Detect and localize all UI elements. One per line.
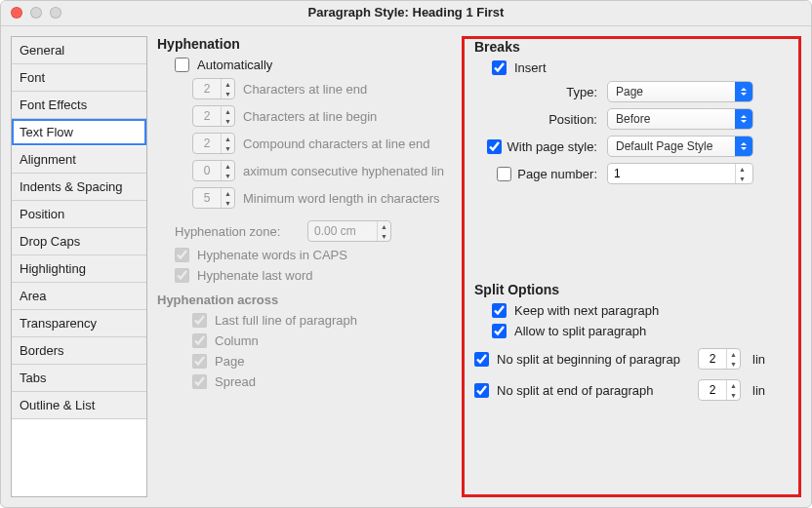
stepper-icon[interactable]: ▲▼ [221,161,234,180]
hyph-min-word-row: ▲▼ Minimum word length in characters [192,187,460,209]
hyph-max-consec-value[interactable] [193,163,221,178]
hyph-automatically-row: Automatically [175,58,460,72]
hyph-across-lastline-check[interactable] [192,313,207,328]
split-allow-label: Allow to split paragraph [514,324,646,338]
split-no-end-row: No split at end of paragraph ▲▼ lin [474,379,791,401]
hyph-caps-check[interactable] [175,248,189,262]
breaks-withstyle-row: With page style: Default Page Style [474,136,791,157]
hyph-min-word-value[interactable] [193,190,221,206]
split-keep-check[interactable] [492,303,507,318]
hyph-automatically-check[interactable] [175,58,189,72]
body: General Font Font Effects Text Flow Alig… [1,26,811,507]
hyph-across-row: Page [192,354,460,369]
split-allow-row: Allow to split paragraph [492,324,791,338]
cat-general[interactable]: General [12,37,146,64]
cat-font[interactable]: Font [12,64,146,92]
split-no-end-check[interactable] [474,383,489,398]
split-no-begin-spin[interactable]: ▲▼ [698,348,741,370]
breaks-insert-check[interactable] [492,60,507,75]
chevron-updown-icon [735,109,752,129]
split-no-end-spin[interactable]: ▲▼ [698,379,741,401]
stepper-icon[interactable]: ▲▼ [377,221,390,241]
breaks-position-select[interactable]: Before [607,108,753,130]
split-keep-label: Keep with next paragraph [514,303,659,318]
stepper-icon[interactable]: ▲▼ [221,106,234,126]
stepper-icon[interactable]: ▲▼ [726,380,740,400]
hyph-across-spread-check[interactable] [192,374,207,389]
highlight-frame: Breaks Insert Type: Page Position: Befor… [462,36,801,497]
breaks-pageno-value[interactable] [608,166,735,181]
hyph-zone-row: Hyphenation zone: ▲▼ [175,220,460,242]
cat-outline-list[interactable]: Outline & List [12,392,146,419]
cat-highlighting[interactable]: Highlighting [12,255,146,283]
split-no-begin-value[interactable] [699,351,726,367]
breaks-pageno-row: Page number: ▲▼ [474,163,791,184]
stepper-icon[interactable]: ▲▼ [221,188,234,208]
hyph-chars-end-value[interactable] [193,81,221,97]
hyphenation-panel: Hyphenation Automatically ▲▼ Characters … [157,36,460,395]
hyph-across-spread-label: Spread [215,374,256,389]
stepper-icon[interactable]: ▲▼ [221,79,234,98]
hyph-lastword-check[interactable] [175,268,189,283]
hyph-compound-label: Compound characters at line end [243,137,430,151]
breaks-type-select[interactable]: Page [607,81,753,102]
split-no-begin-check[interactable] [474,352,489,367]
split-no-begin-row: No split at beginning of paragrap ▲▼ lin [474,348,791,370]
hyph-max-consec-spin[interactable]: ▲▼ [192,160,235,181]
hyph-compound-spin[interactable]: ▲▼ [192,133,235,154]
hyph-automatically-label: Automatically [197,58,272,72]
breaks-type-row: Type: Page [474,81,791,102]
hyphenation-title: Hyphenation [157,36,460,52]
hyph-zone-label: Hyphenation zone: [175,224,300,239]
hyph-chars-begin-row: ▲▼ Characters at line begin [192,105,460,127]
hyph-across-column-label: Column [215,333,259,348]
hyph-chars-begin-value[interactable] [193,108,221,124]
sidebar-filler [12,419,146,496]
breaks-insert-row: Insert [492,60,791,75]
breaks-position-row: Position: Before [474,108,791,130]
breaks-pageno-check[interactable] [497,167,511,181]
split-allow-check[interactable] [492,324,507,338]
cat-alignment[interactable]: Alignment [12,146,146,174]
hyph-compound-row: ▲▼ Compound characters at line end [192,133,460,154]
cat-drop-caps[interactable]: Drop Caps [12,228,146,255]
hyph-across-lastline-label: Last full line of paragraph [215,313,357,328]
hyph-across-page-label: Page [215,354,244,369]
breaks-withstyle-select[interactable]: Default Page Style [607,136,753,157]
split-no-end-unit: lin [752,383,765,398]
split-no-end-value[interactable] [699,382,726,398]
stepper-icon[interactable]: ▲▼ [726,349,740,369]
split-keep-row: Keep with next paragraph [492,303,791,318]
breaks-pageno-label: Page number: [517,167,597,181]
hyph-chars-begin-spin[interactable]: ▲▼ [192,105,235,127]
hyph-chars-end-spin[interactable]: ▲▼ [192,78,235,99]
split-no-begin-label: No split at beginning of paragrap [497,352,690,367]
stepper-icon[interactable]: ▲▼ [735,164,749,183]
main-panel: Hyphenation Automatically ▲▼ Characters … [157,36,801,497]
cat-transparency[interactable]: Transparency [12,310,146,337]
hyph-across-page-check[interactable] [192,354,207,369]
cat-position[interactable]: Position [12,201,146,228]
hyph-compound-value[interactable] [193,136,221,151]
cat-area[interactable]: Area [12,283,146,310]
cat-indents-spacing[interactable]: Indents & Spacing [12,174,146,201]
stepper-icon[interactable]: ▲▼ [221,134,234,153]
hyph-caps-label: Hyphenate words in CAPS [197,248,347,262]
window-title: Paragraph Style: Heading 1 First [1,5,811,20]
cat-borders[interactable]: Borders [12,337,146,365]
hyph-caps-row: Hyphenate words in CAPS [175,248,460,262]
hyph-across-row: Last full line of paragraph [192,313,460,328]
cat-font-effects[interactable]: Font Effects [12,92,146,119]
breaks-withstyle-check[interactable] [487,139,502,154]
hyph-zone-value[interactable] [308,223,377,239]
hyph-zone-spin[interactable]: ▲▼ [307,220,391,242]
breaks-pageno-spin[interactable]: ▲▼ [607,163,753,184]
cat-tabs[interactable]: Tabs [12,365,146,392]
hyph-min-word-spin[interactable]: ▲▼ [192,187,235,209]
breaks-position-value: Before [608,112,735,126]
split-no-begin-unit: lin [752,352,765,367]
hyph-chars-begin-label: Characters at line begin [243,109,377,124]
hyph-across-column-check[interactable] [192,333,207,348]
cat-text-flow[interactable]: Text Flow [12,119,146,146]
breaks-title: Breaks [474,39,791,55]
